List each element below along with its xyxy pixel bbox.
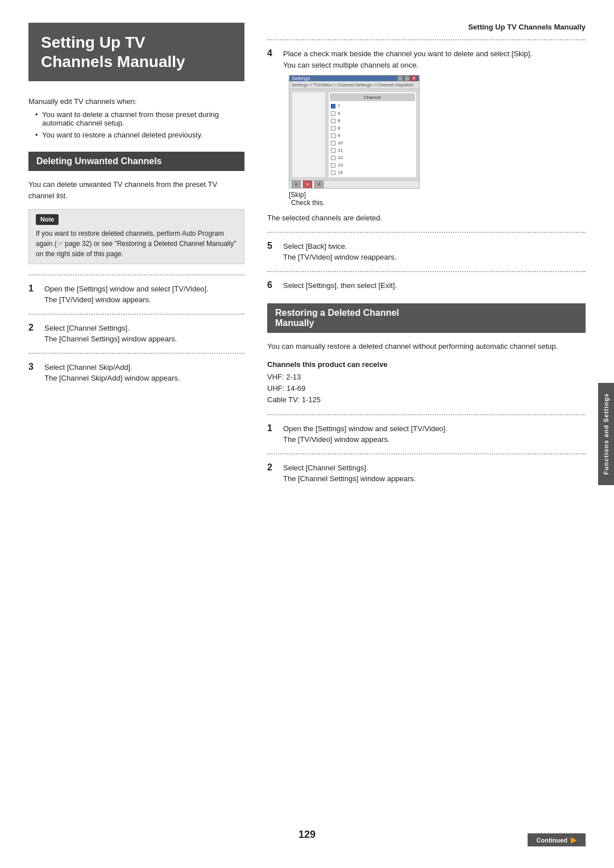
page-title: Setting Up TV Channels Manually <box>41 33 232 71</box>
step-5-number: 5 <box>267 241 277 251</box>
channel-row: 6 <box>330 117 415 124</box>
restoring-section: Restoring a Deleted Channel Manually You… <box>267 303 586 485</box>
page-number-area: 129 <box>0 829 614 845</box>
step-1-content: Open the [Settings] window and select [T… <box>44 283 244 306</box>
channel-number: 12 <box>338 155 343 160</box>
restoring-step-2-sub: The [Channel Settings] window appears. <box>283 473 586 485</box>
screenshot-channel-panel: Channel 746891011121314 <box>328 91 417 178</box>
channel-checkbox <box>331 133 335 138</box>
restoring-step-2-main: Select [Channel Settings]. <box>283 462 586 474</box>
step-6-main: Select [Settings], then select [Exit]. <box>283 280 586 291</box>
channel-checkbox <box>331 163 335 168</box>
step-4-main: Place a check mark beside the channel yo… <box>283 48 586 60</box>
step-2-number: 2 <box>28 323 39 333</box>
note-text: If you want to restore deleted channels,… <box>36 228 237 259</box>
page-title-block: Setting Up TV Channels Manually <box>28 23 244 81</box>
continued-arrow-icon: ▶ <box>571 836 576 844</box>
step-5-main: Select [Back] twice. <box>283 241 586 252</box>
after-step4-text: The selected channels are deleted. <box>267 212 586 224</box>
restoring-step-2-number: 2 <box>267 462 277 473</box>
divider-1 <box>28 274 244 276</box>
screenshot-skip-icon: ✕ <box>303 181 312 189</box>
page-number: 129 <box>298 829 316 841</box>
step-4: 4 Place a check mark beside the channel … <box>267 48 586 207</box>
channels-cable: Cable TV: 1-125 <box>267 394 586 406</box>
channels-vhf: VHF: 2-13 <box>267 371 586 383</box>
step-2: 2 Select [Channel Settings]. The [Channe… <box>28 323 244 345</box>
channel-row: 13 <box>330 161 415 169</box>
screenshot-footer: ⊕ ✕ ↺ <box>289 180 419 189</box>
channel-checkbox <box>331 119 335 123</box>
main-content: Setting Up TV Channels Manually Manually… <box>0 0 614 868</box>
step-5-content: Select [Back] twice. The [TV/Video] wind… <box>283 241 586 263</box>
channel-checkbox <box>331 126 335 131</box>
channel-row: 11 <box>330 147 415 154</box>
channel-number: 7 <box>338 103 340 108</box>
channel-checkbox <box>331 156 335 160</box>
step-3-sub: The [Channel Skip/Add] window appears. <box>44 373 244 384</box>
screenshot-content: Channel 746891011121314 <box>289 89 419 180</box>
channel-number: 11 <box>338 148 343 153</box>
right-column: Setting Up TV Channels Manually 4 Place … <box>267 23 586 845</box>
step-6: 6 Select [Settings], then select [Exit]. <box>267 280 586 291</box>
restoring-step-1: 1 Open the [Settings] window and select … <box>267 423 586 445</box>
step-5-sub: The [TV/Video] window reappears. <box>283 252 586 263</box>
channels-heading: Channels this product can receive <box>267 360 586 369</box>
channel-checkbox <box>331 111 335 116</box>
channel-checkbox <box>331 148 335 153</box>
page: Setting Up TV Channels Manually Manually… <box>0 0 614 868</box>
step-2-sub: The [Channel Settings] window appears. <box>44 333 244 345</box>
channel-row: 8 <box>330 124 415 132</box>
caption-check: Check this. <box>289 199 586 207</box>
channel-number: 14 <box>338 170 343 175</box>
channel-row: 9 <box>330 132 415 139</box>
step-3-number: 3 <box>28 362 39 372</box>
right-divider-5 <box>267 232 586 233</box>
channel-number: 6 <box>338 118 340 123</box>
skip-btn-label: [Skip] <box>289 191 306 199</box>
bullet-item-1: You want to delete a channel from those … <box>35 110 244 127</box>
step-6-content: Select [Settings], then select [Exit]. <box>283 280 586 291</box>
note-label: Note <box>36 214 59 225</box>
restoring-divider-2 <box>267 453 586 454</box>
bullet-item-2: You want to restore a channel deleted pr… <box>35 131 244 139</box>
note-box: Note If you want to restore deleted chan… <box>28 209 244 264</box>
restoring-step-1-sub: The [TV/Video] window appears. <box>283 434 586 445</box>
restoring-step-1-content: Open the [Settings] window and select [T… <box>283 423 586 445</box>
bullet-list: You want to delete a channel from those … <box>28 110 244 139</box>
channel-number: 9 <box>338 133 340 138</box>
divider-2 <box>28 314 244 315</box>
channel-row: 4 <box>330 110 415 117</box>
restoring-step-1-main: Open the [Settings] window and select [T… <box>283 423 586 435</box>
step-1-main: Open the [Settings] window and select [T… <box>44 283 244 295</box>
screenshot-nav: Settings > TV/Video > Channel Settings >… <box>289 81 419 89</box>
channel-number: 13 <box>338 162 343 168</box>
restoring-divider-1 <box>267 414 586 415</box>
step-4-number: 4 <box>267 48 277 59</box>
step-2-main: Select [Channel Settings]. <box>44 323 244 334</box>
step-2-content: Select [Channel Settings]. The [Channel … <box>44 323 244 345</box>
restoring-step-1-number: 1 <box>267 423 277 433</box>
intro-text: Manually edit TV channels when: <box>28 97 244 106</box>
channel-number: 4 <box>338 111 340 116</box>
channel-row: 12 <box>330 154 415 161</box>
screenshot-icon-1: ⊕ <box>292 181 301 189</box>
screenshot-title-text: Settings <box>292 76 310 81</box>
screenshot-channel-header: Channel <box>330 93 415 101</box>
right-divider-6 <box>267 271 586 272</box>
screenshot-icon-3: ↺ <box>314 181 323 189</box>
channel-row: 14 <box>330 169 415 176</box>
deleting-heading: Deleting Unwanted Channels <box>28 152 244 171</box>
step-1-sub: The [TV/Video] window appears. <box>44 294 244 306</box>
screenshot-titlebar: Settings ─ □ ✕ <box>289 76 419 81</box>
deleting-body: You can delete unwanted TV channels from… <box>28 179 244 201</box>
sidebar-tab-label: Functions and Settings <box>603 393 609 475</box>
step-1: 1 Open the [Settings] window and select … <box>28 283 244 306</box>
step-3-content: Select [Channel Skip/Add]. The [Channel … <box>44 362 244 384</box>
step-4-content: Place a check mark beside the channel yo… <box>283 48 586 207</box>
channel-row: 7 <box>330 102 415 110</box>
sidebar-tab: Functions and Settings <box>598 383 614 485</box>
step-6-number: 6 <box>267 280 277 290</box>
channel-number: 8 <box>338 126 340 131</box>
right-divider-top <box>267 39 586 40</box>
